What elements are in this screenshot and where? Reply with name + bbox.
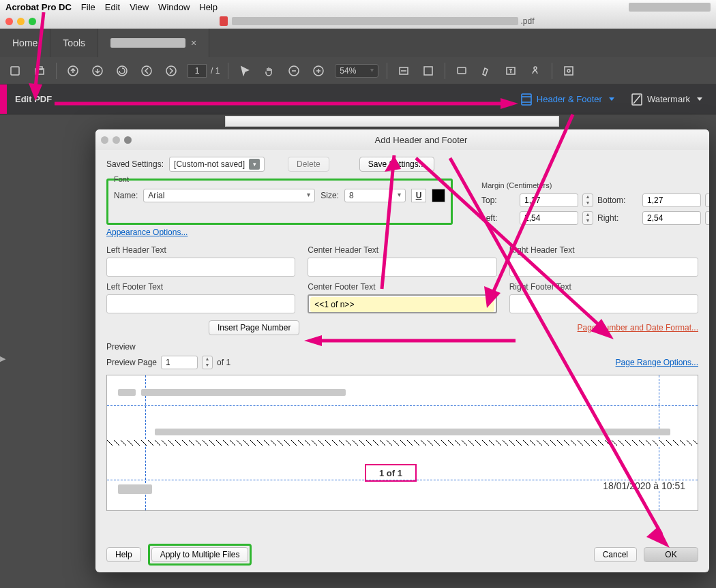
appearance-options-link[interactable]: Appearance Options...: [106, 228, 188, 237]
hand-tool-icon[interactable]: [261, 63, 278, 79]
center-header-input[interactable]: [308, 258, 496, 277]
left-header-label: Left Header Text: [106, 245, 295, 255]
svg-rect-15: [565, 67, 573, 75]
zoom-out-icon[interactable]: [286, 63, 302, 79]
margin-bottom-input[interactable]: [642, 194, 701, 207]
center-footer-label: Center Footer Text: [308, 282, 496, 292]
help-button[interactable]: Help: [106, 547, 141, 562]
more-tools-icon[interactable]: [561, 63, 577, 79]
comment-icon[interactable]: [453, 63, 470, 79]
center-header-label: Center Header Text: [308, 245, 496, 255]
preview-page-stepper[interactable]: ▲▼: [202, 356, 213, 369]
page-number-date-format-link[interactable]: Page Number and Date Format...: [578, 323, 698, 332]
svg-point-6: [142, 66, 151, 76]
svg-rect-17: [522, 94, 531, 105]
dropdown-caret-icon: [249, 159, 260, 170]
svg-rect-2: [37, 67, 42, 69]
margin-left-label: Left:: [481, 213, 516, 223]
menu-window[interactable]: Window: [158, 2, 190, 12]
text-box-icon[interactable]: [503, 63, 519, 79]
margin-top-input[interactable]: [520, 194, 578, 207]
document-background: [225, 116, 559, 127]
menu-file[interactable]: File: [81, 2, 95, 12]
page-number-input[interactable]: 1: [188, 64, 207, 78]
ok-button[interactable]: OK: [644, 547, 698, 562]
caret-down-icon: [697, 97, 702, 101]
header-footer-button[interactable]: Header & Footer: [520, 93, 614, 106]
margin-top-stepper[interactable]: ▲▼: [582, 194, 593, 207]
svg-point-14: [534, 67, 537, 69]
maximize-window-icon[interactable]: [29, 18, 36, 25]
add-header-footer-dialog: Add Header and Footer Saved Settings: [C…: [95, 129, 709, 572]
insert-page-number-button[interactable]: Insert Page Number: [209, 320, 299, 335]
margin-bottom-stepper[interactable]: ▲▼: [705, 194, 709, 207]
fit-width-icon[interactable]: [396, 63, 412, 79]
preview-datetime: 18/01/2020 à 10:51: [603, 480, 685, 491]
menu-view[interactable]: View: [130, 2, 149, 12]
tab-document[interactable]: ×: [98, 29, 209, 57]
edit-pdf-label: Edit PDF: [15, 94, 52, 104]
delete-button[interactable]: Delete: [288, 157, 329, 172]
page-range-options-link[interactable]: Page Range Options...: [616, 358, 698, 367]
margin-top-label: Top:: [481, 196, 516, 205]
margin-panel-title: Margin (Centimeters): [481, 181, 698, 189]
next-page-icon[interactable]: [163, 63, 179, 79]
margin-right-input[interactable]: [642, 211, 701, 225]
cancel-button[interactable]: Cancel: [594, 547, 637, 562]
left-accent-gutter: [0, 84, 7, 114]
main-toolbar: 1 / 1 54%: [0, 57, 716, 84]
zoom-level[interactable]: 54%: [335, 64, 378, 78]
preview-area: 1 of 1 18/01/2020 à 10:51: [106, 375, 698, 511]
pdf-file-icon: [220, 16, 228, 26]
mac-menubar: Acrobat Pro DC File Edit View Window Hel…: [0, 0, 716, 14]
preview-of-label: of 1: [217, 358, 230, 367]
underline-toggle[interactable]: U: [411, 189, 426, 202]
preview-page-input[interactable]: [161, 356, 198, 369]
apply-to-multiple-files-button[interactable]: Apply to Multiple Files: [151, 547, 249, 562]
tab-home[interactable]: Home: [0, 29, 50, 57]
margin-right-stepper[interactable]: ▲▼: [705, 211, 709, 225]
caret-down-icon: [609, 97, 614, 101]
close-window-icon[interactable]: [5, 18, 13, 25]
tab-title-obscured: [110, 38, 185, 48]
fit-page-icon[interactable]: [420, 63, 436, 79]
svg-rect-11: [424, 67, 432, 75]
tab-strip: Home Tools ×: [0, 29, 716, 57]
font-size-select[interactable]: 8: [344, 189, 406, 202]
print-icon[interactable]: [31, 63, 48, 79]
watermark-button[interactable]: Watermark: [631, 93, 702, 106]
minimize-window-icon[interactable]: [17, 18, 25, 25]
zoom-in-icon[interactable]: [310, 63, 327, 79]
close-tab-icon[interactable]: ×: [191, 37, 196, 48]
right-footer-input[interactable]: [509, 294, 698, 313]
font-name-select[interactable]: Arial: [143, 189, 315, 202]
save-settings-button[interactable]: Save Settings...: [359, 157, 434, 172]
svg-point-16: [567, 69, 570, 72]
highlight-icon[interactable]: [478, 63, 494, 79]
margin-left-stepper[interactable]: ▲▼: [582, 211, 593, 225]
select-tool-icon[interactable]: [237, 63, 253, 79]
center-footer-input[interactable]: [310, 297, 494, 312]
dialog-minimize-icon: [113, 136, 120, 144]
app-name: Acrobat Pro DC: [5, 2, 72, 12]
right-footer-label: Right Footer Text: [509, 282, 698, 292]
down-arrow-icon[interactable]: [89, 63, 106, 79]
svg-rect-0: [11, 67, 19, 75]
left-header-input[interactable]: [106, 258, 295, 277]
font-panel-title: Font: [114, 175, 445, 183]
tab-tools[interactable]: Tools: [50, 29, 98, 57]
font-color-swatch[interactable]: [432, 189, 445, 202]
sign-icon[interactable]: [527, 63, 543, 79]
menu-edit[interactable]: Edit: [105, 2, 120, 12]
menu-help[interactable]: Help: [199, 2, 218, 12]
side-panel-expander[interactable]: ▶: [0, 354, 8, 367]
left-footer-input[interactable]: [106, 294, 295, 313]
saved-settings-dropdown[interactable]: [Custom-not saved]: [169, 157, 265, 172]
prev-page-icon[interactable]: [138, 63, 155, 79]
up-arrow-icon[interactable]: [65, 63, 81, 79]
dialog-close-icon[interactable]: [101, 136, 108, 144]
right-header-input[interactable]: [509, 258, 698, 277]
refresh-icon[interactable]: [114, 63, 130, 79]
margin-left-input[interactable]: [520, 211, 578, 225]
save-icon[interactable]: [7, 63, 23, 79]
